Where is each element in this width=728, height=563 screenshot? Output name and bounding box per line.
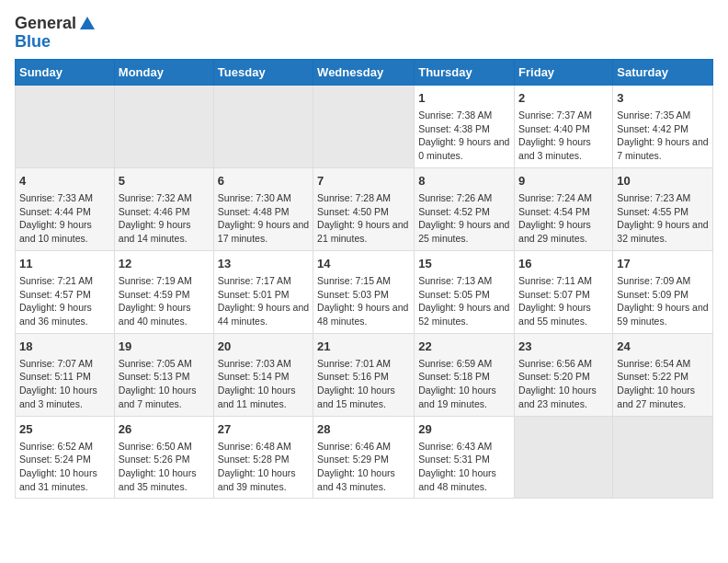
week-row-3: 18Sunrise: 7:07 AM Sunset: 5:11 PM Dayli… <box>16 333 713 416</box>
calendar-cell <box>613 416 713 499</box>
calendar-cell: 22Sunrise: 6:59 AM Sunset: 5:18 PM Dayli… <box>415 333 515 416</box>
day-info: Sunrise: 7:24 AM Sunset: 4:54 PM Dayligh… <box>518 191 609 246</box>
logo-general: General <box>15 15 76 33</box>
calendar-cell: 13Sunrise: 7:17 AM Sunset: 5:01 PM Dayli… <box>213 250 313 333</box>
day-number: 4 <box>19 173 110 190</box>
day-info: Sunrise: 6:52 AM Sunset: 5:24 PM Dayligh… <box>19 440 110 494</box>
day-number: 2 <box>518 90 609 107</box>
calendar-cell: 6Sunrise: 7:30 AM Sunset: 4:48 PM Daylig… <box>213 167 313 250</box>
calendar-cell: 4Sunrise: 7:33 AM Sunset: 4:44 PM Daylig… <box>16 167 115 250</box>
calendar-cell: 8Sunrise: 7:26 AM Sunset: 4:52 PM Daylig… <box>415 167 515 250</box>
day-number: 29 <box>418 421 510 438</box>
calendar-cell: 12Sunrise: 7:19 AM Sunset: 4:59 PM Dayli… <box>114 250 213 333</box>
day-number: 9 <box>518 173 609 190</box>
calendar-cell: 28Sunrise: 6:46 AM Sunset: 5:29 PM Dayli… <box>313 416 415 499</box>
day-number: 27 <box>218 421 309 438</box>
day-number: 21 <box>317 339 410 355</box>
day-info: Sunrise: 6:59 AM Sunset: 5:18 PM Dayligh… <box>418 357 510 411</box>
calendar-cell: 2Sunrise: 7:37 AM Sunset: 4:40 PM Daylig… <box>515 85 613 167</box>
calendar-cell: 25Sunrise: 6:52 AM Sunset: 5:24 PM Dayli… <box>16 416 115 499</box>
day-info: Sunrise: 7:11 AM Sunset: 5:07 PM Dayligh… <box>518 274 609 328</box>
header-cell-sunday: Sunday <box>16 59 115 85</box>
day-info: Sunrise: 7:21 AM Sunset: 4:57 PM Dayligh… <box>19 274 110 328</box>
header-cell-thursday: Thursday <box>415 59 515 85</box>
calendar-cell: 26Sunrise: 6:50 AM Sunset: 5:26 PM Dayli… <box>114 416 213 499</box>
day-number: 16 <box>518 256 609 272</box>
calendar-cell: 3Sunrise: 7:35 AM Sunset: 4:42 PM Daylig… <box>613 85 713 167</box>
calendar-cell: 7Sunrise: 7:28 AM Sunset: 4:50 PM Daylig… <box>313 167 415 250</box>
calendar-cell: 10Sunrise: 7:23 AM Sunset: 4:55 PM Dayli… <box>613 167 713 250</box>
day-info: Sunrise: 7:09 AM Sunset: 5:09 PM Dayligh… <box>617 274 709 328</box>
logo-icon <box>78 15 97 33</box>
day-info: Sunrise: 7:30 AM Sunset: 4:48 PM Dayligh… <box>218 191 309 246</box>
day-info: Sunrise: 6:56 AM Sunset: 5:20 PM Dayligh… <box>518 357 609 411</box>
calendar-cell: 27Sunrise: 6:48 AM Sunset: 5:28 PM Dayli… <box>213 416 313 499</box>
day-info: Sunrise: 7:35 AM Sunset: 4:42 PM Dayligh… <box>617 109 709 163</box>
calendar-cell <box>16 85 115 167</box>
day-info: Sunrise: 7:26 AM Sunset: 4:52 PM Dayligh… <box>418 191 510 246</box>
logo-blue: Blue <box>15 33 51 52</box>
header: General Blue <box>15 15 713 52</box>
day-number: 12 <box>119 256 210 272</box>
day-info: Sunrise: 7:23 AM Sunset: 4:55 PM Dayligh… <box>617 191 709 246</box>
calendar-cell <box>515 416 613 499</box>
calendar-cell: 23Sunrise: 6:56 AM Sunset: 5:20 PM Dayli… <box>515 333 613 416</box>
calendar-cell: 16Sunrise: 7:11 AM Sunset: 5:07 PM Dayli… <box>515 250 613 333</box>
day-number: 11 <box>19 256 110 272</box>
day-info: Sunrise: 7:17 AM Sunset: 5:01 PM Dayligh… <box>218 274 309 328</box>
header-cell-friday: Friday <box>515 59 613 85</box>
calendar-cell: 29Sunrise: 6:43 AM Sunset: 5:31 PM Dayli… <box>415 416 515 499</box>
day-number: 23 <box>518 339 609 355</box>
day-number: 3 <box>617 90 709 107</box>
day-number: 25 <box>19 421 110 438</box>
week-row-2: 11Sunrise: 7:21 AM Sunset: 4:57 PM Dayli… <box>16 250 713 333</box>
day-number: 24 <box>617 339 709 355</box>
header-cell-tuesday: Tuesday <box>213 59 313 85</box>
day-number: 18 <box>19 339 110 355</box>
calendar-cell: 20Sunrise: 7:03 AM Sunset: 5:14 PM Dayli… <box>213 333 313 416</box>
day-number: 14 <box>317 256 410 272</box>
header-row: SundayMondayTuesdayWednesdayThursdayFrid… <box>16 59 713 85</box>
day-number: 20 <box>218 339 309 355</box>
day-info: Sunrise: 7:28 AM Sunset: 4:50 PM Dayligh… <box>317 191 410 246</box>
day-number: 8 <box>418 173 510 190</box>
calendar-cell <box>213 85 313 167</box>
day-number: 6 <box>218 173 309 190</box>
day-info: Sunrise: 6:46 AM Sunset: 5:29 PM Dayligh… <box>317 440 410 494</box>
day-info: Sunrise: 7:01 AM Sunset: 5:16 PM Dayligh… <box>317 357 410 411</box>
day-info: Sunrise: 6:48 AM Sunset: 5:28 PM Dayligh… <box>218 440 309 494</box>
calendar-cell: 24Sunrise: 6:54 AM Sunset: 5:22 PM Dayli… <box>613 333 713 416</box>
calendar-cell: 21Sunrise: 7:01 AM Sunset: 5:16 PM Dayli… <box>313 333 415 416</box>
header-cell-wednesday: Wednesday <box>313 59 415 85</box>
calendar-cell: 15Sunrise: 7:13 AM Sunset: 5:05 PM Dayli… <box>415 250 515 333</box>
day-number: 1 <box>418 90 510 107</box>
day-number: 10 <box>617 173 709 190</box>
calendar-cell: 18Sunrise: 7:07 AM Sunset: 5:11 PM Dayli… <box>16 333 115 416</box>
day-info: Sunrise: 6:50 AM Sunset: 5:26 PM Dayligh… <box>119 440 210 494</box>
calendar-cell: 17Sunrise: 7:09 AM Sunset: 5:09 PM Dayli… <box>613 250 713 333</box>
day-number: 5 <box>119 173 210 190</box>
week-row-1: 4Sunrise: 7:33 AM Sunset: 4:44 PM Daylig… <box>16 167 713 250</box>
day-number: 17 <box>617 256 709 272</box>
calendar-cell: 1Sunrise: 7:38 AM Sunset: 4:38 PM Daylig… <box>415 85 515 167</box>
day-info: Sunrise: 7:19 AM Sunset: 4:59 PM Dayligh… <box>119 274 210 328</box>
day-info: Sunrise: 7:37 AM Sunset: 4:40 PM Dayligh… <box>518 109 609 163</box>
calendar-cell: 19Sunrise: 7:05 AM Sunset: 5:13 PM Dayli… <box>114 333 213 416</box>
day-number: 19 <box>119 339 210 355</box>
day-info: Sunrise: 6:54 AM Sunset: 5:22 PM Dayligh… <box>617 357 709 411</box>
header-cell-saturday: Saturday <box>613 59 713 85</box>
week-row-4: 25Sunrise: 6:52 AM Sunset: 5:24 PM Dayli… <box>16 416 713 499</box>
day-number: 22 <box>418 339 510 355</box>
calendar-cell: 14Sunrise: 7:15 AM Sunset: 5:03 PM Dayli… <box>313 250 415 333</box>
day-number: 26 <box>119 421 210 438</box>
day-number: 28 <box>317 421 410 438</box>
logo: General Blue <box>15 15 97 52</box>
day-info: Sunrise: 7:05 AM Sunset: 5:13 PM Dayligh… <box>119 357 210 411</box>
day-info: Sunrise: 7:32 AM Sunset: 4:46 PM Dayligh… <box>119 191 210 246</box>
day-number: 15 <box>418 256 510 272</box>
calendar-table: SundayMondayTuesdayWednesdayThursdayFrid… <box>15 59 713 500</box>
calendar-cell <box>114 85 213 167</box>
calendar-cell: 9Sunrise: 7:24 AM Sunset: 4:54 PM Daylig… <box>515 167 613 250</box>
day-number: 13 <box>218 256 309 272</box>
day-info: Sunrise: 7:03 AM Sunset: 5:14 PM Dayligh… <box>218 357 309 411</box>
